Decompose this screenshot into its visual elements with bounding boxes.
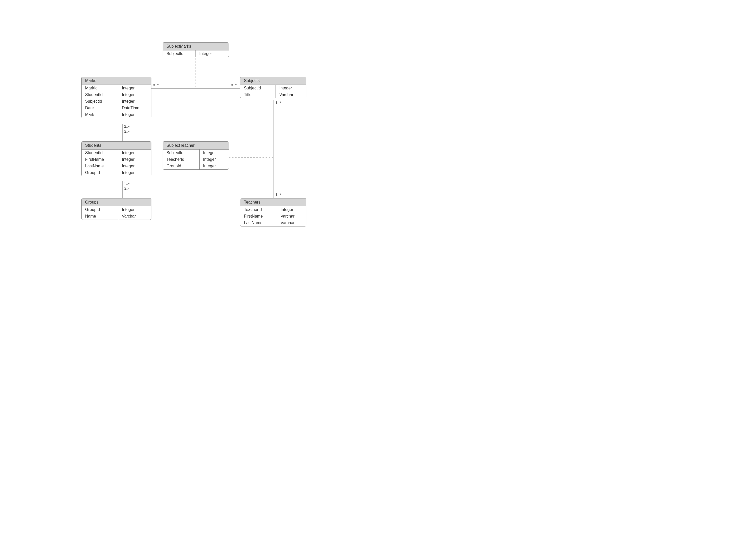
field-type: Varchar	[277, 220, 306, 226]
entity-field-row: SubjectIdInteger	[81, 98, 151, 105]
entity-title: Groups	[81, 198, 151, 206]
field-name: Title	[240, 92, 276, 98]
mult-subjects-to-teachers-bot: 1..*	[275, 192, 281, 197]
field-type: Integer	[196, 50, 229, 57]
entity-field-row: GroupIdInteger	[81, 169, 151, 176]
field-name: StudentId	[81, 92, 118, 98]
field-name: LastName	[240, 220, 277, 226]
entity-field-row: TitleVarchar	[240, 92, 306, 98]
entity-title: SubjectMarks	[163, 42, 229, 50]
field-type: Integer	[118, 163, 151, 169]
field-type: Integer	[200, 156, 229, 163]
field-type: Varchar	[276, 92, 306, 98]
mult-marks-to-students-top: 0..*	[124, 124, 130, 129]
entity-title: Marks	[81, 77, 151, 85]
mult-students-to-groups-bot: 0..*	[124, 186, 130, 191]
entity-subjectteacher[interactable]: SubjectTeacherSubjectIdIntegerTeacherIdI…	[162, 141, 229, 170]
field-name: FirstName	[240, 213, 277, 220]
entity-title: Subjects	[240, 77, 306, 85]
field-type: Varchar	[118, 213, 151, 220]
field-type: Integer	[118, 111, 151, 118]
entity-field-row: SubjectIdInteger	[240, 85, 306, 92]
entity-field-row: MarkIdInteger	[81, 85, 151, 92]
entity-field-row: TeacherIdInteger	[163, 156, 229, 163]
field-type: Integer	[277, 206, 306, 213]
entity-students[interactable]: StudentsStudentIdIntegerFirstNameInteger…	[81, 141, 151, 176]
field-type: Integer	[118, 92, 151, 98]
entity-groups[interactable]: GroupsGroupIdIntegerNameVarchar	[81, 198, 151, 220]
entity-field-row: GroupIdInteger	[163, 163, 229, 169]
entity-field-row: FirstNameVarchar	[240, 213, 306, 220]
field-name: SubjectId	[81, 98, 118, 105]
mult-marks-to-subjects-right: 0..*	[231, 83, 237, 87]
entity-field-row: FirstNameInteger	[81, 156, 151, 163]
entity-field-row: GroupIdInteger	[81, 206, 151, 213]
mult-marks-to-subjects-left: 0..*	[153, 83, 159, 87]
er-diagram-canvas: 0..* 0..* 0..* 0..* 1..* 0..* 1..* 1..* …	[0, 0, 378, 268]
field-name: Date	[81, 105, 118, 111]
entity-field-row: LastNameVarchar	[240, 220, 306, 226]
field-name: GroupId	[81, 169, 118, 176]
entity-field-row: MarkInteger	[81, 111, 151, 118]
mult-students-to-groups-top: 1..*	[124, 182, 130, 186]
entity-title: Students	[81, 142, 151, 150]
field-name: SubjectId	[163, 150, 200, 156]
entity-title: Teachers	[240, 198, 306, 206]
field-name: StudentId	[81, 150, 118, 156]
field-name: GroupId	[163, 163, 200, 169]
field-type: Integer	[200, 163, 229, 169]
field-type: DateTime	[118, 105, 151, 111]
field-name: FirstName	[81, 156, 118, 163]
field-name: MarkId	[81, 85, 118, 92]
field-type: Varchar	[277, 213, 306, 220]
field-type: Integer	[118, 169, 151, 176]
entity-field-row: DateDateTime	[81, 105, 151, 111]
field-type: Integer	[276, 85, 306, 92]
mult-subjects-to-teachers-top: 1..*	[275, 100, 281, 105]
field-type: Integer	[118, 85, 151, 92]
field-name: SubjectId	[240, 85, 276, 92]
entity-subjectmarks[interactable]: SubjectMarksSubjectIdInteger	[162, 42, 229, 57]
entity-field-row: SubjectIdInteger	[163, 150, 229, 156]
mult-marks-to-students-bot: 0..*	[124, 129, 130, 134]
entity-field-row: NameVarchar	[81, 213, 151, 220]
field-name: TeacherId	[163, 156, 200, 163]
field-type: Integer	[118, 150, 151, 156]
entity-field-row: TeacherIdInteger	[240, 206, 306, 213]
field-name: LastName	[81, 163, 118, 169]
field-type: Integer	[118, 156, 151, 163]
connector-layer	[0, 0, 378, 268]
entity-subjects[interactable]: SubjectsSubjectIdIntegerTitleVarchar	[240, 77, 306, 99]
field-type: Integer	[200, 150, 229, 156]
field-type: Integer	[118, 98, 151, 105]
entity-field-row: StudentIdInteger	[81, 92, 151, 98]
field-name: Name	[81, 213, 118, 220]
entity-marks[interactable]: MarksMarkIdIntegerStudentIdIntegerSubjec…	[81, 77, 151, 118]
field-name: SubjectId	[163, 50, 196, 57]
field-name: TeacherId	[240, 206, 277, 213]
field-type: Integer	[118, 206, 151, 213]
field-name: GroupId	[81, 206, 118, 213]
entity-title: SubjectTeacher	[163, 142, 229, 150]
entity-teachers[interactable]: TeachersTeacherIdIntegerFirstNameVarchar…	[240, 198, 306, 226]
entity-field-row: StudentIdInteger	[81, 150, 151, 156]
entity-field-row: SubjectIdInteger	[163, 50, 229, 57]
field-name: Mark	[81, 111, 118, 118]
entity-field-row: LastNameInteger	[81, 163, 151, 169]
